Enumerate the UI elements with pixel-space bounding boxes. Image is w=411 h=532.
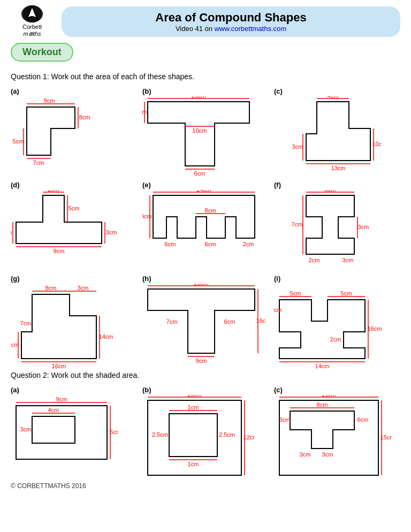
svg-text:4cm: 4cm [48, 407, 59, 413]
shape-g-label: (g) [11, 275, 137, 283]
svg-text:14cm: 14cm [99, 333, 113, 340]
svg-text:3cm: 3cm [358, 224, 369, 230]
svg-marker-49 [306, 195, 354, 254]
svg-text:3cm: 3cm [20, 426, 32, 432]
svg-text:6cm: 6cm [165, 241, 176, 247]
svg-text:5cm: 5cm [341, 290, 352, 297]
svg-marker-70 [148, 289, 255, 353]
svg-marker-19 [306, 102, 370, 161]
shape-a: (a) 9cm 8cm 5cm 7cm [11, 87, 137, 173]
svg-text:12cm: 12cm [142, 109, 147, 115]
title-box: Area of Compound Shapes Video 41 on www.… [62, 6, 400, 37]
shape-c-label: (c) [274, 87, 400, 95]
svg-text:20cm: 20cm [194, 284, 209, 286]
svg-text:2.5cm: 2.5cm [219, 431, 235, 438]
svg-text:2cm: 2cm [11, 341, 19, 348]
shaded-c-label: (c) [274, 386, 400, 394]
svg-text:2cm: 2cm [243, 241, 254, 247]
svg-marker-28 [16, 195, 102, 244]
svg-text:24cm: 24cm [197, 190, 211, 193]
svg-text:4cm: 4cm [328, 96, 339, 99]
svg-text:16cm: 16cm [256, 317, 265, 324]
svg-text:5cm: 5cm [110, 429, 118, 435]
svg-text:14cm: 14cm [315, 363, 330, 369]
svg-text:6cm: 6cm [205, 241, 216, 247]
svg-rect-100 [169, 414, 217, 457]
shape-f: (f) 8cm 7cm 3cm 2cm 3cm [274, 181, 400, 267]
svg-marker-1 [27, 107, 75, 155]
shaded-b: (b) 10cm 1cm 1cm 2.5cm 2.5cm 12cm [142, 386, 269, 472]
svg-text:20cm: 20cm [142, 213, 151, 219]
shaded-a-label: (a) [11, 386, 137, 394]
shape-i-label: (i) [274, 275, 400, 283]
website-link[interactable]: www.corbettmaths.com [215, 25, 286, 33]
svg-text:3cm: 3cm [322, 451, 333, 458]
svg-text:1cm: 1cm [188, 461, 199, 467]
logo: Corbettm⊕ths [11, 5, 54, 37]
svg-text:9cm: 9cm [44, 97, 55, 104]
logo-text: Corbettm⊕ths [22, 24, 42, 37]
svg-text:3cm: 3cm [78, 285, 89, 291]
svg-text:15cm: 15cm [322, 395, 336, 398]
svg-text:8cm: 8cm [45, 285, 57, 291]
svg-text:3cm: 3cm [106, 229, 117, 235]
svg-text:7cm: 7cm [166, 318, 178, 325]
shape-b-label: (b) [142, 87, 269, 95]
shape-g: (g) 3cm 8cm 14cm 7cm 2cm 16cm [11, 275, 137, 360]
svg-text:2cm: 2cm [48, 190, 59, 193]
svg-marker-58 [21, 294, 96, 359]
q2-shapes-grid: (a) 9cm 4cm 3cm 5cm (b) [11, 386, 400, 472]
svg-text:6cm: 6cm [224, 318, 235, 325]
question1-label: Question 1: Work out the area of each of… [11, 72, 400, 81]
footer: © CORBETTMATHS 2016 [11, 482, 400, 490]
svg-text:7cm: 7cm [292, 221, 303, 227]
shaded-b-label: (b) [142, 386, 269, 394]
svg-text:2.5cm: 2.5cm [152, 431, 168, 438]
q1-shapes-grid: (a) 9cm 8cm 5cm 7cm (b) 25cm [11, 87, 400, 360]
svg-text:7cm: 7cm [20, 320, 32, 326]
svg-text:5cm: 5cm [13, 138, 24, 145]
shape-a-label: (a) [11, 87, 137, 95]
svg-text:8cm: 8cm [79, 114, 90, 120]
svg-text:4cm: 4cm [11, 229, 12, 235]
shaded-a: (a) 9cm 4cm 3cm 5cm [11, 386, 137, 472]
svg-text:5cm: 5cm [68, 205, 80, 211]
svg-marker-10 [148, 102, 249, 166]
svg-text:10cm: 10cm [187, 395, 202, 398]
svg-text:6cm: 6cm [194, 170, 206, 177]
shape-d-label: (d) [11, 181, 137, 189]
shape-f-label: (f) [274, 181, 400, 189]
svg-text:7cm: 7cm [274, 307, 281, 313]
shaded-c: (c) 15cm 8cm 3cm 6cm 15cm 3cm 3cm [274, 386, 400, 472]
svg-text:9cm: 9cm [56, 396, 67, 402]
svg-text:9cm: 9cm [196, 358, 207, 364]
header: Corbettm⊕ths Area of Compound Shapes Vid… [11, 5, 400, 37]
svg-text:10cm: 10cm [372, 141, 381, 147]
svg-text:2cm: 2cm [309, 257, 320, 263]
svg-text:13cm: 13cm [331, 165, 346, 171]
svg-text:3cm: 3cm [279, 416, 291, 423]
svg-text:16cm: 16cm [368, 325, 382, 332]
svg-text:8cm: 8cm [325, 190, 336, 193]
svg-text:15cm: 15cm [380, 434, 392, 440]
shape-c: (c) 4cm 10cm 3cm 13cm [274, 87, 400, 173]
svg-text:2cm: 2cm [330, 336, 341, 343]
svg-text:25cm: 25cm [192, 96, 206, 99]
svg-text:12cm: 12cm [243, 434, 255, 440]
svg-text:3cm: 3cm [292, 143, 303, 150]
svg-text:8cm: 8cm [205, 207, 216, 214]
svg-text:10cm: 10cm [193, 127, 207, 134]
svg-marker-79 [279, 300, 365, 359]
shape-i: (i) 5cm 5cm 7cm 2cm 16cm 14cm [274, 275, 400, 360]
svg-text:3cm: 3cm [342, 257, 354, 263]
logo-circle [21, 5, 43, 22]
svg-marker-39 [153, 195, 255, 238]
svg-text:16cm: 16cm [52, 363, 66, 369]
svg-text:7cm: 7cm [33, 159, 44, 166]
shape-h-label: (h) [142, 275, 269, 283]
shape-d: (d) 2cm 5cm 4cm 3cm 9cm [11, 181, 137, 267]
svg-text:8cm: 8cm [317, 401, 328, 408]
subtitle: Video 41 on www.corbettmaths.com [78, 25, 384, 33]
svg-text:6cm: 6cm [357, 416, 369, 423]
shape-e: (e) 24cm 8cm 20cm 6cm 6cm 2cm [142, 181, 269, 267]
